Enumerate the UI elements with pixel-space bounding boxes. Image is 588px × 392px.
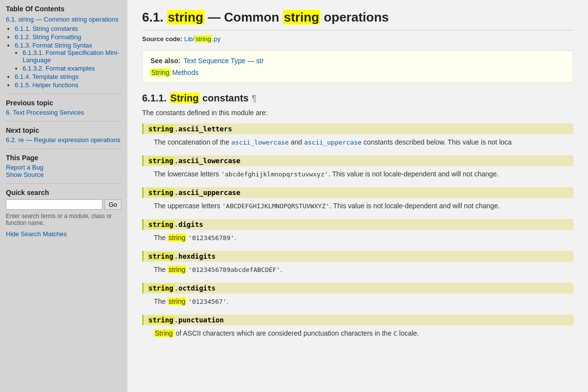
link-ascii-lowercase[interactable]: ascii_lowercase	[231, 139, 289, 146]
next-topic-link[interactable]: 6.2. re — Regular expression operations	[6, 136, 120, 144]
attr-desc-hexdigits: The string '0123456789abcdefABCDEF'.	[142, 265, 573, 275]
attr-desc-ascii-uppercase: The uppercase letters 'ABCDEFGHIJKLMNOPQ…	[142, 201, 573, 211]
attr-block-hexdigits: string.hexdigits The string '0123456789a…	[142, 251, 573, 275]
divider-2	[6, 121, 122, 122]
report-bug-container[interactable]: Report a Bug	[6, 164, 122, 171]
report-bug-link[interactable]: Report a Bug	[6, 164, 44, 171]
code-octdigits: '01234567'	[188, 298, 226, 305]
attr-block-ascii-letters: string.ascii_letters The concatenation o…	[142, 123, 573, 147]
see-also-link[interactable]: Text Sequence Type — str	[183, 57, 264, 65]
toc-item-611: 6.1.1. String constants	[15, 25, 122, 32]
toc-link-612[interactable]: 6.1.2. String Formatting	[15, 33, 81, 41]
divider-4	[6, 183, 122, 184]
code-lowercase: 'abcdefghijklmnopqrstuvwxyz'	[221, 171, 328, 178]
toc-sub-sub-list-613: 6.1.3.1. Format Specification Mini-Langu…	[15, 49, 122, 72]
search-hint: Enter search terms or a module, class or…	[6, 213, 122, 226]
attr-desc-octdigits: The string '01234567'.	[142, 296, 573, 307]
attr-block-ascii-uppercase: string.ascii_uppercase The uppercase let…	[142, 187, 573, 211]
attr-module-hexdigits: string	[147, 252, 174, 260]
attr-module-ascii-letters: string	[147, 125, 174, 133]
section-611-suffix: constants	[199, 93, 248, 103]
previous-topic-link-container[interactable]: 6. Text Processing Services	[6, 109, 122, 116]
attr-header-ascii-letters: string.ascii_letters	[142, 123, 573, 134]
attr-header-hexdigits: string.hexdigits	[142, 251, 573, 262]
source-code-link[interactable]: Lib/string.py	[184, 35, 220, 43]
hide-matches-container[interactable]: Hide Search Matches	[6, 230, 122, 238]
attr-module-punctuation: string	[147, 316, 174, 324]
paragraph-link[interactable]: ¶	[251, 94, 256, 103]
toc-item-614: 6.1.4. Template strings	[15, 73, 122, 80]
next-topic-title: Next topic	[6, 126, 122, 134]
page-title-end: operations	[320, 10, 389, 24]
sidebar: Table Of Contents 6.1. string — Common s…	[0, 0, 127, 392]
attr-block-ascii-lowercase: string.ascii_lowercase The lowercase let…	[142, 155, 573, 179]
toc-link-611[interactable]: 6.1.1. String constants	[15, 25, 78, 32]
section-611-prefix: 6.1.1.	[142, 93, 170, 103]
attr-header-octdigits: string.octdigits	[142, 283, 573, 294]
attr-name-punctuation: punctuation	[178, 316, 224, 324]
page-title-string2: string	[283, 10, 320, 24]
this-page-title: This Page	[6, 154, 122, 162]
toc-main-entry[interactable]: 6.1. string — Common string operations	[6, 16, 122, 23]
toc-link-613[interactable]: 6.1.3. Format String Syntax	[15, 42, 92, 49]
attr-name-ascii-uppercase: ascii_uppercase	[178, 189, 240, 196]
previous-topic-title: Previous topic	[6, 99, 122, 107]
attr-header-ascii-uppercase: string.ascii_uppercase	[142, 187, 573, 198]
code-digits: '0123456789'	[188, 234, 234, 242]
divider-3	[6, 148, 122, 149]
attr-desc-digits: The string '0123456789'.	[142, 233, 573, 243]
toc-link-6132[interactable]: 6.1.3.2. Format examples	[23, 65, 95, 72]
section-611-module: String	[170, 93, 200, 103]
attr-module-ascii-lowercase: string	[147, 157, 174, 165]
source-code-link-text: Lib/string.py	[184, 35, 220, 43]
toc-item-6131: 6.1.3.1. Format Specification Mini-Langu…	[23, 49, 122, 64]
source-code-label: Source code:	[142, 35, 182, 43]
attr-header-ascii-lowercase: string.ascii_lowercase	[142, 155, 573, 166]
page-title-module: string	[167, 10, 204, 24]
attr-module-ascii-uppercase: string	[147, 189, 174, 196]
toc-item-613: 6.1.3. Format String Syntax 6.1.3.1. For…	[15, 42, 122, 72]
page-title-suffix: — Common	[204, 10, 283, 24]
next-topic-link-container[interactable]: 6.2. re — Regular expression operations	[6, 136, 122, 144]
toc-link-614[interactable]: 6.1.4. Template strings	[15, 73, 79, 80]
highlight-string-punctuation: String	[154, 329, 174, 337]
attr-desc-punctuation: String of ASCII characters which are con…	[142, 328, 573, 339]
link-ascii-uppercase[interactable]: ascii_uppercase	[304, 139, 362, 146]
toc-list: 6.1.1. String constants 6.1.2. String Fo…	[6, 25, 122, 89]
previous-topic-link[interactable]: 6. Text Processing Services	[6, 109, 84, 116]
attr-block-punctuation: string.punctuation String of ASCII chara…	[142, 315, 573, 339]
string-methods-link[interactable]: String Methods	[150, 69, 198, 76]
attr-desc-ascii-letters: The concatenation of the ascii_lowercase…	[142, 137, 573, 147]
toc-link-615[interactable]: 6.1.5. Helper functions	[15, 81, 78, 89]
hide-matches-link[interactable]: Hide Search Matches	[6, 230, 67, 238]
highlight-string-digits: string	[168, 234, 186, 242]
show-source-container[interactable]: Show Source	[6, 171, 122, 178]
source-code-line: Source code: Lib/string.py	[142, 35, 573, 43]
attr-module-octdigits: string	[147, 284, 174, 292]
toc-item-612: 6.1.2. String Formatting	[15, 33, 122, 41]
quick-search-title: Quick search	[6, 189, 122, 196]
attr-name-hexdigits: hexdigits	[178, 252, 216, 260]
attr-name-digits: digits	[178, 220, 203, 228]
attr-header-punctuation: string.punctuation	[142, 315, 573, 325]
main-content: 6.1. string — Common string operations S…	[127, 0, 588, 392]
see-also-box: See also:Text Sequence Type — str String…	[142, 50, 573, 83]
section-611-title: 6.1.1. String constants¶	[142, 93, 573, 104]
page-title-prefix: 6.1.	[142, 10, 167, 24]
code-c-locale: C	[393, 330, 397, 337]
code-hexdigits: '0123456789abcdefABCDEF'	[188, 266, 280, 273]
page-title: 6.1. string — Common string operations	[142, 10, 573, 30]
toc-item-6132: 6.1.3.2. Format examples	[23, 65, 122, 72]
highlight-string-octdigits: string	[168, 297, 186, 305]
attr-name-octdigits: octdigits	[178, 284, 216, 292]
go-button[interactable]: Go	[104, 199, 122, 210]
attr-name-ascii-letters: ascii_letters	[178, 125, 232, 133]
attr-module-digits: string	[147, 220, 174, 228]
divider-1	[6, 94, 122, 94]
toc-main-link[interactable]: 6.1. string — Common string operations	[6, 16, 119, 23]
toc-title: Table Of Contents	[6, 5, 122, 13]
toc-link-6131[interactable]: 6.1.3.1. Format Specification Mini-Langu…	[23, 49, 119, 64]
show-source-link[interactable]: Show Source	[6, 171, 44, 178]
section-intro: The constants defined in this module are…	[142, 109, 573, 117]
search-input[interactable]	[6, 199, 102, 210]
